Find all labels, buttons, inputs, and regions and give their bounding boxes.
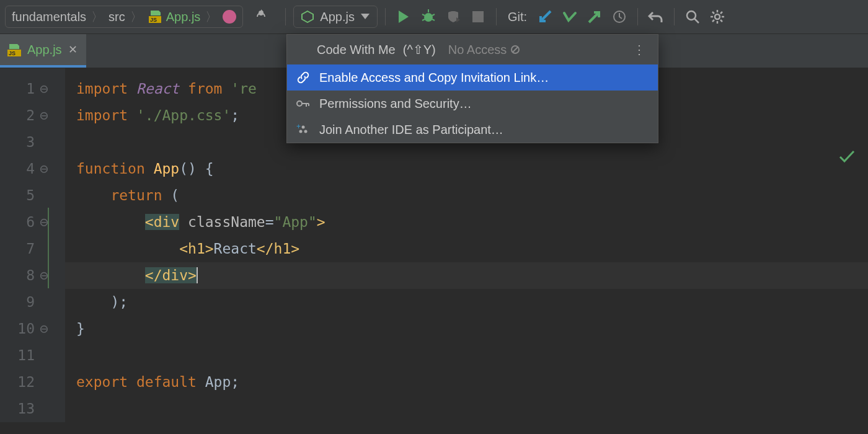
code-line[interactable]: }	[65, 316, 868, 342]
fold-icon[interactable]: ⊖	[35, 76, 53, 102]
svg-marker-7	[399, 11, 409, 23]
link-icon	[296, 71, 311, 84]
blocked-icon	[510, 45, 520, 55]
svg-line-12	[422, 19, 425, 20]
code-line[interactable]: return (	[65, 182, 868, 209]
fold-icon[interactable]: ⊖	[35, 209, 53, 236]
git-label: Git:	[508, 10, 527, 24]
line-number: 9	[0, 289, 35, 316]
popup-item-enable-access[interactable]: Enable Access and Copy Invitation Link…	[287, 64, 658, 91]
svg-marker-14	[456, 17, 460, 22]
line-number: 12	[0, 369, 35, 396]
undo-button[interactable]	[645, 6, 666, 27]
svg-line-27	[720, 12, 722, 14]
popup-item-label: Join Another IDE as Participant…	[319, 123, 503, 137]
line-number: 5	[0, 182, 35, 209]
line-number: 3	[0, 129, 35, 156]
indent-guide	[48, 208, 49, 288]
stop-button[interactable]	[467, 6, 489, 27]
popup-header: Code With Me (^⇧Y) No Access ⋮	[287, 35, 658, 64]
svg-marker-5	[302, 11, 313, 22]
git-history-button[interactable]	[609, 6, 630, 27]
popup-shortcut: (^⇧Y)	[403, 42, 436, 57]
breadcrumb[interactable]: fundamentals 〉 src 〉 JS App.js 〉	[5, 6, 243, 28]
line-number: 6	[0, 209, 35, 236]
code-line[interactable]: <div className="App">	[65, 209, 868, 236]
svg-line-32	[513, 47, 518, 52]
svg-line-11	[432, 14, 435, 16]
svg-marker-6	[361, 14, 370, 19]
line-number: 7	[0, 236, 35, 262]
code-line[interactable]: );	[65, 289, 868, 316]
svg-text:+: +	[296, 124, 301, 131]
popup-item-label: Enable Access and Copy Invitation Link…	[319, 71, 549, 85]
toolbar: fundamentals 〉 src 〉 JS App.js 〉 App.js …	[0, 0, 868, 34]
code-line[interactable]	[65, 342, 868, 369]
run-config-name: App.js	[320, 10, 355, 24]
line-number: 2	[0, 102, 35, 129]
svg-point-8	[424, 13, 433, 22]
svg-line-18	[694, 19, 699, 23]
run-configuration-selector[interactable]: App.js	[293, 6, 378, 28]
svg-line-13	[432, 19, 435, 20]
svg-line-24	[712, 12, 714, 14]
gutter: 1⊖ 2⊖ 3 4⊖ 5 6⊖ 7 8⊖ 9 10⊖ 11 12 13	[0, 68, 65, 422]
key-icon	[296, 98, 311, 109]
close-icon[interactable]: ✕	[68, 43, 78, 56]
svg-point-17	[687, 11, 696, 20]
svg-rect-15	[472, 11, 484, 22]
join-icon: +	[296, 124, 311, 135]
code-with-me-popup: Code With Me (^⇧Y) No Access ⋮ Enable Ac…	[286, 34, 658, 143]
code-line[interactable]: export default App;	[65, 369, 868, 396]
popup-item-join[interactable]: + Join Another IDE as Participant…	[287, 117, 658, 143]
breadcrumb-file[interactable]: App.js	[166, 10, 201, 24]
settings-button[interactable]	[707, 6, 728, 27]
code-line[interactable]	[65, 396, 868, 422]
fold-icon[interactable]: ⊖	[35, 262, 53, 289]
js-file-icon: JS	[7, 43, 21, 56]
fold-icon[interactable]: ⊖	[35, 156, 53, 182]
line-number: 4	[0, 156, 35, 182]
code-line[interactable]: function App() {	[65, 156, 868, 182]
svg-point-39	[302, 126, 305, 129]
coverage-button[interactable]	[443, 6, 464, 27]
inspection-ok-icon[interactable]	[838, 149, 856, 164]
breadcrumb-folder[interactable]: src	[108, 10, 125, 24]
breadcrumb-sep: 〉	[91, 9, 104, 25]
tab-app-js[interactable]: JS App.js ✕	[0, 34, 86, 68]
code-with-me-button[interactable]	[247, 6, 278, 27]
breadcrumb-sep: 〉	[205, 9, 218, 25]
debug-button[interactable]	[418, 6, 439, 27]
line-number: 10	[0, 316, 35, 342]
line-number: 13	[0, 396, 35, 422]
function-icon[interactable]	[223, 10, 236, 24]
line-number: 11	[0, 342, 35, 369]
svg-line-26	[712, 20, 714, 22]
toolbar-separator	[385, 8, 386, 25]
popup-access-status: No Access	[448, 43, 520, 57]
svg-point-38	[304, 130, 308, 133]
svg-point-19	[715, 14, 720, 19]
toolbar-separator	[637, 8, 638, 25]
git-commit-button[interactable]	[559, 6, 580, 27]
popup-title: Code With Me	[317, 43, 396, 57]
svg-text:JS: JS	[9, 50, 16, 56]
chevron-down-icon	[361, 14, 370, 20]
svg-line-10	[422, 14, 425, 16]
line-number: 1	[0, 76, 35, 102]
nodejs-icon	[301, 11, 314, 23]
breadcrumb-project[interactable]: fundamentals	[12, 10, 86, 24]
svg-text:JS: JS	[150, 17, 157, 23]
breadcrumb-sep: 〉	[130, 9, 143, 25]
more-icon[interactable]: ⋮	[633, 42, 647, 57]
popup-item-permissions[interactable]: Permissions and Security…	[287, 91, 658, 117]
js-file-icon: JS	[148, 10, 161, 24]
git-push-button[interactable]	[584, 6, 605, 27]
fold-icon[interactable]: ⊖	[35, 316, 53, 342]
run-button[interactable]	[393, 6, 414, 27]
fold-icon[interactable]: ⊖	[35, 102, 53, 129]
code-line[interactable]: <h1>React</h1>	[65, 236, 868, 262]
search-button[interactable]	[682, 6, 703, 27]
git-update-button[interactable]	[534, 6, 556, 27]
code-line[interactable]: </div>	[65, 262, 868, 289]
